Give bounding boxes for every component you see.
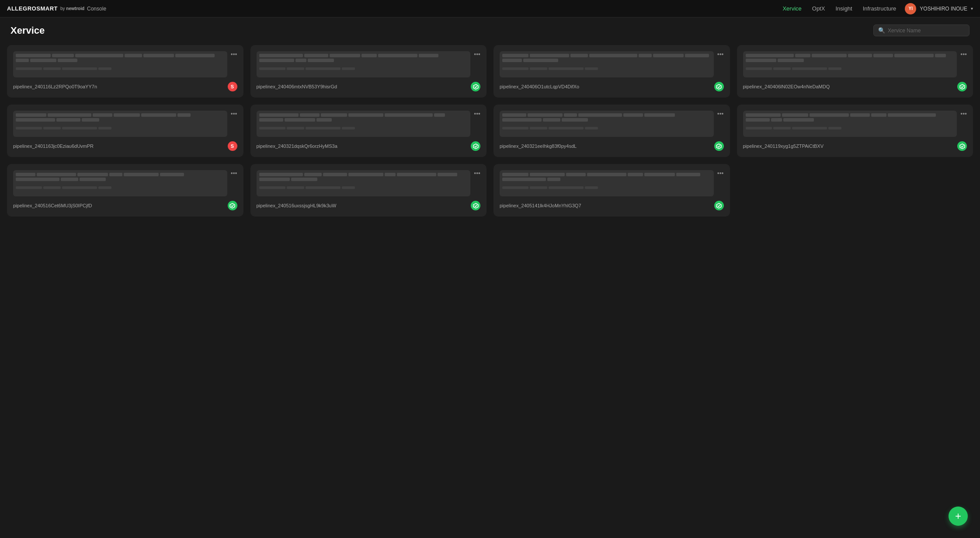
chevron-down-icon: ▾ xyxy=(971,6,973,11)
card-preview xyxy=(257,111,471,137)
card-preview xyxy=(13,111,227,137)
nav-link-optx[interactable]: OptX xyxy=(812,5,825,12)
card-header: ••• xyxy=(500,111,724,137)
card-header: ••• xyxy=(13,170,237,196)
card-more-button[interactable]: ••• xyxy=(714,170,724,176)
card-more-button[interactable]: ••• xyxy=(227,111,237,117)
card-more-button[interactable]: ••• xyxy=(470,170,480,176)
svg-marker-24 xyxy=(716,203,721,208)
svg-marker-9 xyxy=(473,144,478,149)
user-name: YOSHIHIRO INOUE xyxy=(920,6,967,12)
card-more-button[interactable]: ••• xyxy=(714,111,724,117)
card-c8[interactable]: •••pipelinex_240119xyg1g5ZTPAiCtBXV xyxy=(737,105,973,157)
card-footer: pipelinex_240516Cet6MU3jS0IPCjfD xyxy=(13,201,237,210)
card-c9[interactable]: •••pipelinex_240516Cet6MU3jS0IPCjfD xyxy=(7,164,243,217)
status-badge xyxy=(714,201,724,210)
card-preview xyxy=(500,111,714,137)
card-footer: pipelinex_240116Lz2RPQo0T9oaYY7nS xyxy=(13,82,237,91)
card-footer: pipelinex_240321dqskQr6orzHyMS3a xyxy=(257,141,481,151)
search-box: 🔍 xyxy=(873,24,970,36)
brand-console-text: Console xyxy=(87,6,106,12)
card-c4[interactable]: •••pipelinex_240406lN02EOw4nNeDaMDQ xyxy=(737,45,973,98)
card-name: pipelinex_240516uxssjsgHL9k9k3uW xyxy=(257,203,337,208)
card-header: ••• xyxy=(257,111,481,137)
card-header: ••• xyxy=(257,170,481,196)
status-badge xyxy=(471,141,480,151)
nav-link-infrastructure[interactable]: Infrastructure xyxy=(863,5,897,12)
svg-line-8 xyxy=(962,86,963,88)
card-c6[interactable]: •••pipelinex_240321dqskQr6orzHyMS3a xyxy=(250,105,487,157)
status-badge xyxy=(957,141,967,151)
brand-newtroid-text: by newtroid xyxy=(60,6,84,11)
svg-line-26 xyxy=(719,205,720,207)
card-footer: pipelinex_240406lN02EOw4nNeDaMDQ xyxy=(743,82,967,91)
brand-logo: ALLEGROSMART by newtroid Console xyxy=(7,5,106,12)
status-badge: S xyxy=(228,82,237,91)
status-badge xyxy=(714,82,724,91)
card-preview xyxy=(13,170,227,196)
svg-line-11 xyxy=(476,146,477,147)
card-preview xyxy=(257,170,471,196)
card-name: pipelinex_2401163jc0Eziau6dUvmPR xyxy=(13,143,94,149)
status-badge xyxy=(957,82,967,91)
card-more-button[interactable]: ••• xyxy=(957,111,967,117)
card-more-button[interactable]: ••• xyxy=(227,51,237,57)
card-preview xyxy=(743,111,957,137)
card-preview xyxy=(500,170,714,196)
status-badge xyxy=(471,201,480,210)
brand-allegro-text: ALLEGROSMART xyxy=(7,5,58,12)
svg-line-17 xyxy=(962,146,963,147)
card-footer: pipelinex_240406mtxNVB53Y9hisrGd xyxy=(257,82,481,91)
card-header: ••• xyxy=(743,111,967,137)
card-more-button[interactable]: ••• xyxy=(227,170,237,176)
svg-line-5 xyxy=(719,86,720,88)
status-badge xyxy=(228,201,237,210)
card-c10[interactable]: •••pipelinex_240516uxssjsgHL9k9k3uW xyxy=(250,164,487,217)
card-name: pipelinex_240516Cet6MU3jS0IPCjfD xyxy=(13,203,92,208)
card-c5[interactable]: •••pipelinex_2401163jc0Eziau6dUvmPRS xyxy=(7,105,243,157)
card-header: ••• xyxy=(13,51,237,77)
svg-marker-18 xyxy=(230,203,235,208)
user-badge[interactable]: YI YOSHIHIRO INOUE ▾ xyxy=(905,3,973,14)
card-header: ••• xyxy=(500,51,724,77)
add-button[interactable]: + xyxy=(949,507,968,526)
card-header: ••• xyxy=(743,51,967,77)
card-c2[interactable]: •••pipelinex_240406mtxNVB53Y9hisrGd xyxy=(250,45,487,98)
status-badge xyxy=(714,141,724,151)
card-name: pipelinex_240406O1utcLqpVD4DifXo xyxy=(500,84,579,89)
nav-link-insight[interactable]: Insight xyxy=(835,5,852,12)
card-name: pipelinex_240406mtxNVB53Y9hisrGd xyxy=(257,84,337,89)
page-title: Xervice xyxy=(10,25,45,36)
svg-line-14 xyxy=(719,146,720,147)
svg-line-23 xyxy=(476,205,477,207)
svg-marker-6 xyxy=(960,84,965,89)
svg-marker-21 xyxy=(473,203,478,208)
svg-marker-15 xyxy=(960,144,965,149)
svg-line-20 xyxy=(232,205,233,207)
card-more-button[interactable]: ••• xyxy=(957,51,967,57)
card-c7[interactable]: •••pipelinex_240321eeIhkg83f0py4sdL xyxy=(493,105,730,157)
card-footer: pipelinex_2401163jc0Eziau6dUvmPRS xyxy=(13,141,237,151)
card-c1[interactable]: •••pipelinex_240116Lz2RPQo0T9oaYY7nS xyxy=(7,45,243,98)
card-footer: pipelinex_2405141lk4HJoMnYhlG3Q7 xyxy=(500,201,724,210)
card-more-button[interactable]: ••• xyxy=(470,111,480,117)
search-input[interactable] xyxy=(888,28,965,34)
card-footer: pipelinex_240406O1utcLqpVD4DifXo xyxy=(500,82,724,91)
card-name: pipelinex_240119xyg1g5ZTPAiCtBXV xyxy=(743,143,824,149)
svg-marker-0 xyxy=(473,84,478,89)
card-header: ••• xyxy=(500,170,724,196)
card-name: pipelinex_2405141lk4HJoMnYhlG3Q7 xyxy=(500,203,581,208)
card-more-button[interactable]: ••• xyxy=(714,51,724,57)
card-c3[interactable]: •••pipelinex_240406O1utcLqpVD4DifXo xyxy=(493,45,730,98)
card-name: pipelinex_240406lN02EOw4nNeDaMDQ xyxy=(743,84,830,89)
nav-link-xervice[interactable]: Xervice xyxy=(782,5,801,12)
user-avatar: YI xyxy=(905,3,916,14)
card-preview xyxy=(13,51,227,77)
page-header: Xervice 🔍 xyxy=(0,17,980,42)
card-footer: pipelinex_240516uxssjsgHL9k9k3uW xyxy=(257,201,481,210)
card-more-button[interactable]: ••• xyxy=(470,51,480,57)
card-c11[interactable]: •••pipelinex_2405141lk4HJoMnYhlG3Q7 xyxy=(493,164,730,217)
card-header: ••• xyxy=(257,51,481,77)
nav-links: XerviceOptXInsightInfrastructure xyxy=(782,5,896,12)
card-preview xyxy=(500,51,714,77)
